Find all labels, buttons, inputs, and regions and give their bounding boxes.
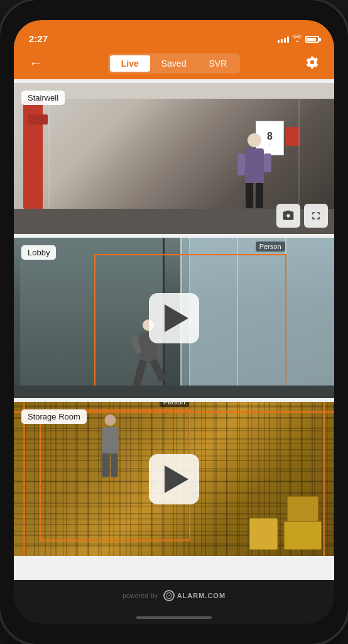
brand-name: ALARM.COM <box>177 592 226 599</box>
camera-action-buttons <box>276 204 328 228</box>
status-bar: 2:27 <box>14 20 334 48</box>
pipe <box>33 83 43 234</box>
home-bar <box>136 616 212 619</box>
phone-notch <box>124 0 224 19</box>
lobby-play-button[interactable] <box>149 293 199 343</box>
lobby-label: Lobby <box>21 245 56 260</box>
person-storage <box>96 414 124 477</box>
camera-feed-lobby[interactable]: Person Lobby <box>14 238 334 398</box>
nav-tabs: Live Saved SVR <box>108 53 241 74</box>
tab-saved[interactable]: Saved <box>150 55 198 72</box>
snapshot-button[interactable] <box>276 204 300 228</box>
storage-label: Storage Room <box>21 409 87 424</box>
tab-live[interactable]: Live <box>110 55 150 72</box>
phone-screen: 2:27 <box>14 20 334 624</box>
bottom-branding-bar: powered by ALARM.COM <box>14 580 334 611</box>
status-icons <box>278 35 319 44</box>
fire-alarm-box <box>286 127 300 146</box>
alarm-icon <box>163 590 175 601</box>
home-indicator <box>14 611 334 624</box>
storage-play-button[interactable] <box>149 454 199 504</box>
wifi-icon <box>292 35 302 44</box>
powered-by-text: powered by <box>122 592 158 599</box>
tab-svr[interactable]: SVR <box>197 55 238 72</box>
person-stairwell <box>237 133 271 209</box>
stairwell-label: Stairwell <box>21 91 65 105</box>
play-icon <box>165 304 188 332</box>
phone-device: 2:27 <box>0 0 348 644</box>
nav-bar: ← Live Saved SVR <box>14 48 334 79</box>
camera-feed-stairwell[interactable]: 8 ↓ <box>14 83 334 234</box>
settings-button[interactable] <box>300 53 324 75</box>
alarm-logo: ALARM.COM <box>163 590 226 601</box>
signal-icon <box>278 36 289 43</box>
status-time: 2:27 <box>29 33 48 44</box>
back-button[interactable]: ← <box>24 53 48 74</box>
fullscreen-button[interactable] <box>304 204 328 228</box>
camera-feed-list: 8 ↓ <box>14 79 334 580</box>
battery-icon <box>305 36 319 43</box>
camera-feed-storage[interactable]: Person Storage Room <box>14 402 334 556</box>
play-icon-storage <box>165 465 188 493</box>
